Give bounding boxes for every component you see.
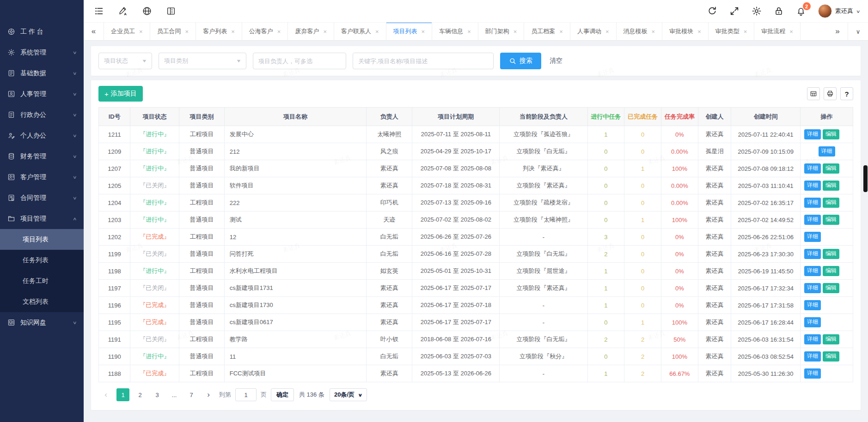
tab-close-icon[interactable]: × xyxy=(375,28,379,35)
project-status-select[interactable]: 项目状态 ▼ xyxy=(98,53,152,69)
edit-button[interactable]: 编辑 xyxy=(823,215,839,225)
goto-page-input[interactable] xyxy=(235,388,257,401)
user-menu[interactable]: 素还真 ∨ xyxy=(818,4,860,18)
sidebar-item-行政办公[interactable]: 行政办公∨ xyxy=(0,104,84,125)
sidebar-subitem-文档列表[interactable]: 文档列表 xyxy=(0,291,84,312)
confirm-page-button[interactable]: 确定 xyxy=(271,388,294,401)
page-button-2[interactable]: 2 xyxy=(134,388,147,401)
detail-button[interactable]: 详细 xyxy=(804,317,821,327)
project-owner-input[interactable] xyxy=(253,53,346,69)
detail-button[interactable]: 详细 xyxy=(804,351,821,362)
tab-close-icon[interactable]: × xyxy=(323,28,327,35)
tab-close-icon[interactable]: × xyxy=(697,28,701,35)
page-button-7[interactable]: 7 xyxy=(185,388,198,401)
sidebar-item-客户管理[interactable]: 客户管理∨ xyxy=(0,167,84,187)
page-button-3[interactable]: 3 xyxy=(151,388,164,401)
tab-close-icon[interactable]: × xyxy=(139,28,143,35)
refresh-icon[interactable] xyxy=(707,6,717,16)
edit-button[interactable]: 编辑 xyxy=(823,163,839,174)
tab-项目列表[interactable]: 项目列表× xyxy=(386,23,433,40)
edit-button[interactable]: 编辑 xyxy=(823,181,839,191)
tab-审批类型[interactable]: 审批类型× xyxy=(709,23,755,40)
sidebar-subitem-任务列表[interactable]: 任务列表 xyxy=(0,250,84,271)
detail-button[interactable]: 详细 xyxy=(804,181,821,191)
tab-员工档案[interactable]: 员工档案× xyxy=(524,23,570,40)
fullscreen-icon[interactable] xyxy=(729,6,740,16)
detail-button[interactable]: 详细 xyxy=(804,300,821,310)
clear-button[interactable]: 清空 xyxy=(550,57,562,65)
sidebar-subitem-项目列表[interactable]: 项目列表 xyxy=(0,229,84,250)
tab-人事调动[interactable]: 人事调动× xyxy=(570,23,617,40)
tab-close-icon[interactable]: × xyxy=(231,28,235,35)
tab-close-icon[interactable]: × xyxy=(789,28,793,35)
tab-车辆信息[interactable]: 车辆信息× xyxy=(432,23,478,40)
edit-button[interactable]: 编辑 xyxy=(823,283,839,293)
edit-button[interactable]: 编辑 xyxy=(823,334,839,344)
tab-企业员工[interactable]: 企业员工× xyxy=(104,23,150,40)
detail-button[interactable]: 详细 xyxy=(804,283,821,293)
vertical-scrollbar-thumb[interactable] xyxy=(863,165,868,192)
edit-button[interactable]: 编辑 xyxy=(823,198,839,208)
gear-icon[interactable] xyxy=(752,6,762,16)
detail-button[interactable]: 详细 xyxy=(804,368,821,379)
tab-公海客户[interactable]: 公海客户× xyxy=(242,23,288,40)
detail-button[interactable]: 详细 xyxy=(804,266,821,276)
sidebar-item-个人办公[interactable]: 个人办公∨ xyxy=(0,125,84,146)
layout-icon[interactable] xyxy=(166,6,176,16)
page-size-select[interactable]: 20条/页∨ xyxy=(330,388,367,401)
prev-page-button[interactable]: ‹ xyxy=(99,388,112,401)
edit-button[interactable]: 编辑 xyxy=(823,266,839,276)
tab-员工合同[interactable]: 员工合同× xyxy=(150,23,196,40)
tab-close-icon[interactable]: × xyxy=(467,28,471,35)
tab-部门架构[interactable]: 部门架构× xyxy=(478,23,525,40)
detail-button[interactable]: 详细 xyxy=(804,334,821,344)
tab-close-icon[interactable]: × xyxy=(605,28,609,35)
help-button[interactable]: ? xyxy=(840,87,853,100)
sidebar-item-系统管理[interactable]: 系统管理∨ xyxy=(0,42,84,63)
detail-button[interactable]: 详细 xyxy=(804,129,821,139)
menu-fold-icon[interactable] xyxy=(94,6,104,16)
tab-审批流程[interactable]: 审批流程× xyxy=(754,23,801,40)
edit-button[interactable]: 编辑 xyxy=(823,351,839,362)
keyword-input[interactable] xyxy=(353,53,494,69)
detail-button[interactable]: 详细 xyxy=(804,215,821,225)
detail-button[interactable]: 详细 xyxy=(804,249,821,259)
globe-icon[interactable] xyxy=(142,6,152,16)
tab-close-icon[interactable]: × xyxy=(652,28,655,35)
tabs-scroll-right-button[interactable]: » xyxy=(827,23,848,40)
tab-客户列表[interactable]: 客户列表× xyxy=(196,23,242,40)
page-button-1[interactable]: 1 xyxy=(116,388,129,401)
tabs-dropdown-button[interactable]: ∨ xyxy=(848,23,868,40)
tab-close-icon[interactable]: × xyxy=(277,28,281,35)
edit-button[interactable]: 编辑 xyxy=(823,249,839,259)
lock-icon[interactable] xyxy=(774,6,784,16)
tabs-scroll-left-button[interactable]: « xyxy=(84,23,104,40)
search-button[interactable]: 搜索 xyxy=(500,53,541,69)
tab-客户联系人[interactable]: 客户联系人× xyxy=(334,23,386,40)
tab-close-icon[interactable]: × xyxy=(422,28,425,35)
tab-close-icon[interactable]: × xyxy=(744,28,747,35)
sidebar-item-工作台[interactable]: 工 作 台 xyxy=(0,21,84,42)
detail-button[interactable]: 详细 xyxy=(804,198,821,208)
sidebar-item-合同管理[interactable]: 合同管理∨ xyxy=(0,187,84,208)
next-page-button[interactable]: › xyxy=(202,388,215,401)
detail-button[interactable]: 详细 xyxy=(804,163,821,174)
sidebar-item-财务管理[interactable]: 财务管理∨ xyxy=(0,146,84,167)
tab-审批模块[interactable]: 审批模块× xyxy=(662,23,709,40)
project-category-select[interactable]: 项目类别 ▼ xyxy=(159,53,246,69)
print-button[interactable] xyxy=(824,87,837,100)
brush-icon[interactable]: A xyxy=(118,6,128,16)
tab-close-icon[interactable]: × xyxy=(513,28,517,35)
bell-icon[interactable]: 2 xyxy=(796,6,806,16)
sidebar-item-人事管理[interactable]: 人事管理∨ xyxy=(0,84,84,104)
sidebar-item-项目管理[interactable]: 项目管理∧ xyxy=(0,208,84,229)
detail-button[interactable]: 详细 xyxy=(819,146,835,157)
sidebar-item-知识网盘[interactable]: 知识网盘∨ xyxy=(0,312,84,333)
tab-消息模板[interactable]: 消息模板× xyxy=(617,23,663,40)
tab-close-icon[interactable]: × xyxy=(559,28,563,35)
sidebar-subitem-任务工时[interactable]: 任务工时 xyxy=(0,271,84,291)
sidebar-item-基础数据[interactable]: 基础数据∨ xyxy=(0,63,84,84)
tab-废弃客户[interactable]: 废弃客户× xyxy=(288,23,334,40)
add-project-button[interactable]: + 添加项目 xyxy=(98,86,143,102)
detail-button[interactable]: 详细 xyxy=(804,232,821,242)
